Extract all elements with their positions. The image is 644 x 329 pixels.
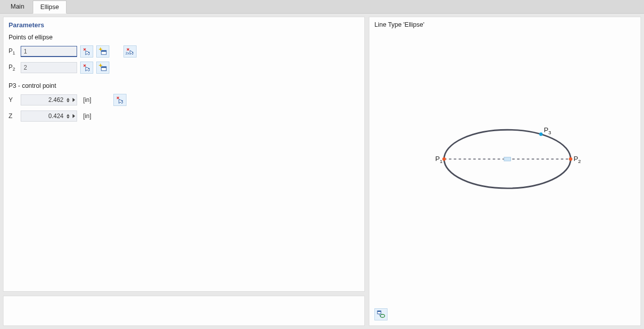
new-node-button[interactable] bbox=[96, 45, 109, 58]
p1-marker-label: P1 bbox=[435, 155, 442, 164]
svg-rect-15 bbox=[504, 157, 511, 161]
chevron-right-icon bbox=[73, 98, 75, 102]
preview-panel: Line Type 'Ellipse' P1 P2 P3 bbox=[369, 17, 641, 326]
z-input[interactable]: 0.424 bbox=[21, 111, 77, 122]
cursor-2x-icon: 2x bbox=[125, 47, 135, 56]
view-options-button[interactable] bbox=[374, 308, 388, 320]
p1-label-main: P bbox=[9, 47, 13, 54]
control-point-heading: P3 - control point bbox=[9, 82, 359, 89]
p2-label-sub: 2 bbox=[13, 67, 15, 72]
preview-title: Line Type 'Ellipse' bbox=[374, 21, 635, 28]
cursor-pick-icon bbox=[83, 47, 91, 56]
svg-rect-20 bbox=[377, 311, 381, 312]
preview-area: P1 P2 P3 bbox=[373, 32, 636, 305]
z-label: Z bbox=[9, 113, 18, 120]
p2-label: P2 bbox=[9, 64, 18, 72]
left-column: Parameters Points of ellipse P1 bbox=[3, 17, 365, 326]
pick-two-button[interactable]: 2x bbox=[123, 45, 137, 58]
chevron-right-icon bbox=[73, 114, 75, 118]
tab-bar: Main Ellipse bbox=[0, 0, 644, 14]
y-spin-down[interactable] bbox=[67, 100, 70, 102]
tab-ellipse[interactable]: Ellipse bbox=[33, 1, 67, 14]
ellipse-diagram: P1 P2 P3 bbox=[373, 32, 636, 305]
cursor-pick-icon bbox=[83, 64, 91, 72]
y-row: Y 2.462 [in] bbox=[9, 93, 359, 106]
pick-y-button[interactable] bbox=[113, 94, 126, 106]
cursor-pick-icon bbox=[116, 96, 124, 104]
y-value: 2.462 bbox=[21, 96, 66, 103]
p3-marker-label: P3 bbox=[544, 126, 551, 135]
z-menu-arrow[interactable] bbox=[71, 114, 77, 118]
parameters-title: Parameters bbox=[9, 21, 359, 29]
p2-label-main: P bbox=[9, 64, 13, 71]
svg-rect-10 bbox=[101, 67, 106, 68]
svg-point-16 bbox=[442, 157, 446, 161]
p1-input[interactable] bbox=[21, 46, 77, 57]
svg-point-21 bbox=[380, 314, 385, 317]
svg-point-18 bbox=[539, 133, 543, 136]
content-area: Parameters Points of ellipse P1 bbox=[0, 14, 644, 329]
y-input[interactable]: 2.462 bbox=[21, 94, 77, 105]
p2-row: P2 bbox=[9, 61, 359, 74]
y-unit: [in] bbox=[83, 96, 91, 103]
pick-from-model-button[interactable] bbox=[80, 45, 93, 58]
new-window-icon bbox=[99, 64, 107, 72]
window: Main Ellipse Parameters Points of ellips… bbox=[0, 0, 644, 329]
z-spinner bbox=[66, 114, 71, 119]
new-node-button-2[interactable] bbox=[96, 62, 109, 74]
p2-marker-label: P2 bbox=[573, 155, 581, 164]
y-spin-up[interactable] bbox=[67, 98, 70, 100]
z-row: Z 0.424 [in] bbox=[9, 109, 359, 123]
points-heading: Points of ellipse bbox=[9, 34, 359, 41]
parameters-panel: Parameters Points of ellipse P1 bbox=[3, 17, 365, 292]
z-spin-down[interactable] bbox=[67, 117, 70, 119]
z-unit: [in] bbox=[83, 113, 91, 120]
p1-label-sub: 1 bbox=[13, 50, 15, 56]
view-options-icon bbox=[377, 310, 385, 318]
tab-ellipse-label: Ellipse bbox=[40, 4, 59, 11]
y-spinner bbox=[66, 98, 71, 102]
footer-panel bbox=[3, 296, 365, 326]
svg-rect-3 bbox=[101, 50, 106, 52]
svg-text:2x: 2x bbox=[125, 51, 130, 55]
p1-label: P1 bbox=[9, 47, 18, 56]
z-spin-up[interactable] bbox=[67, 114, 70, 116]
pick-from-model-button-2[interactable] bbox=[80, 62, 93, 74]
z-value: 0.424 bbox=[21, 113, 66, 120]
tab-main[interactable]: Main bbox=[3, 0, 32, 13]
y-menu-arrow[interactable] bbox=[71, 98, 77, 102]
p1-row: P1 bbox=[9, 45, 359, 58]
p2-input[interactable] bbox=[21, 62, 77, 73]
svg-point-17 bbox=[569, 157, 572, 161]
y-label: Y bbox=[9, 96, 18, 103]
new-window-icon bbox=[99, 47, 107, 56]
tab-main-label: Main bbox=[11, 3, 24, 10]
